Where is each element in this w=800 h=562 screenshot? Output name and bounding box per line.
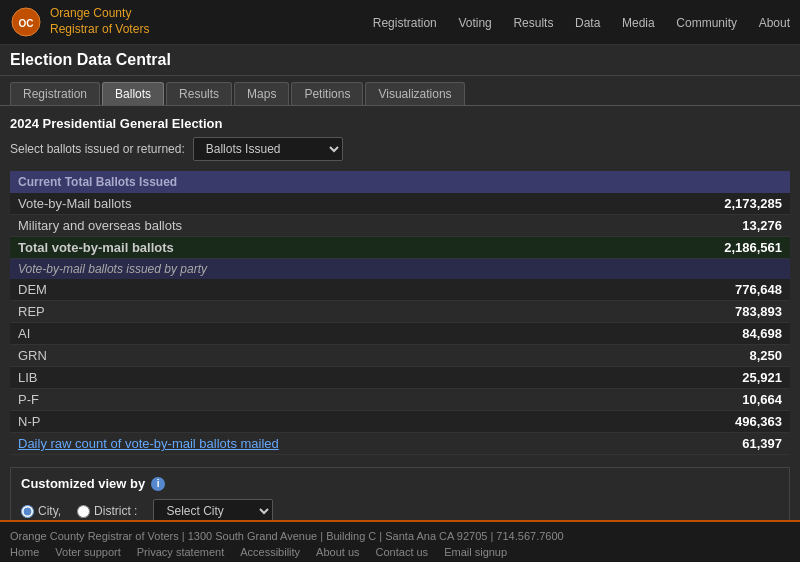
row-label: LIB bbox=[10, 367, 626, 389]
footer-address: Orange County Registrar of Voters | 1300… bbox=[10, 530, 790, 542]
nav-registration[interactable]: Registration bbox=[373, 16, 437, 30]
top-navigation: OC Orange County Registrar of Voters Reg… bbox=[0, 0, 800, 45]
footer-link-about-us[interactable]: About us bbox=[316, 546, 359, 558]
tab-results[interactable]: Results bbox=[166, 82, 232, 105]
table-row: GRN 8,250 bbox=[10, 345, 790, 367]
district-radio-label: District : bbox=[94, 504, 137, 518]
tab-visualizations[interactable]: Visualizations bbox=[365, 82, 464, 105]
ballots-table: Current Total Ballots Issued Vote-by-Mai… bbox=[10, 171, 790, 455]
row-label-link: Daily raw count of vote-by-mail ballots … bbox=[10, 433, 626, 455]
table-row: N-P 496,363 bbox=[10, 411, 790, 433]
election-title: 2024 Presidential General Election bbox=[10, 116, 790, 131]
row-value: 25,921 bbox=[626, 367, 790, 389]
footer-link-email-signup[interactable]: Email signup bbox=[444, 546, 507, 558]
filter-label: Select ballots issued or returned: bbox=[10, 142, 185, 156]
row-value: 8,250 bbox=[626, 345, 790, 367]
row-label: Vote-by-Mail ballots bbox=[10, 193, 626, 215]
tabs-bar: Registration Ballots Results Maps Petiti… bbox=[0, 76, 800, 106]
row-value: 783,893 bbox=[626, 301, 790, 323]
nav-media[interactable]: Media bbox=[622, 16, 655, 30]
logo-area: OC Orange County Registrar of Voters bbox=[10, 6, 149, 38]
row-value: 13,276 bbox=[626, 215, 790, 237]
table-row-link: Daily raw count of vote-by-mail ballots … bbox=[10, 433, 790, 455]
table-row: AI 84,698 bbox=[10, 323, 790, 345]
table-row: LIB 25,921 bbox=[10, 367, 790, 389]
section-header-label: Current Total Ballots Issued bbox=[10, 171, 790, 193]
nav-voting[interactable]: Voting bbox=[458, 16, 491, 30]
nav-data[interactable]: Data bbox=[575, 16, 600, 30]
table-row: P-F 10,664 bbox=[10, 389, 790, 411]
row-label: P-F bbox=[10, 389, 626, 411]
ballot-type-select[interactable]: Ballots Issued Ballots Returned bbox=[193, 137, 343, 161]
row-label: Military and overseas ballots bbox=[10, 215, 626, 237]
daily-raw-count-link[interactable]: Daily raw count of vote-by-mail ballots … bbox=[18, 436, 279, 451]
city-radio-label: City, bbox=[38, 504, 61, 518]
district-radio-option[interactable]: District : bbox=[77, 504, 137, 518]
footer-link-contact[interactable]: Contact us bbox=[376, 546, 429, 558]
logo-icon: OC bbox=[10, 6, 42, 38]
footer-link-accessibility[interactable]: Accessibility bbox=[240, 546, 300, 558]
main-navigation: Registration Voting Results Data Media C… bbox=[355, 15, 790, 30]
svg-text:OC: OC bbox=[19, 18, 34, 29]
city-radio-option[interactable]: City, bbox=[21, 504, 61, 518]
row-value: 10,664 bbox=[626, 389, 790, 411]
footer-link-home[interactable]: Home bbox=[10, 546, 39, 558]
section-header-row: Current Total Ballots Issued bbox=[10, 171, 790, 193]
table-row: Military and overseas ballots 13,276 bbox=[10, 215, 790, 237]
info-icon[interactable]: i bbox=[151, 477, 165, 491]
table-row: DEM 776,648 bbox=[10, 279, 790, 301]
footer: Orange County Registrar of Voters | 1300… bbox=[0, 520, 800, 562]
brand-name: Orange County Registrar of Voters bbox=[50, 6, 149, 37]
table-row: REP 783,893 bbox=[10, 301, 790, 323]
row-value: 776,648 bbox=[626, 279, 790, 301]
row-label: DEM bbox=[10, 279, 626, 301]
filter-row: Select ballots issued or returned: Ballo… bbox=[10, 137, 790, 161]
footer-link-voter-support[interactable]: Voter support bbox=[55, 546, 120, 558]
row-value: 2,186,561 bbox=[626, 237, 790, 259]
footer-link-privacy[interactable]: Privacy statement bbox=[137, 546, 224, 558]
page-title: Election Data Central bbox=[10, 51, 790, 69]
customized-label: Customized view by i bbox=[21, 476, 779, 491]
row-label: AI bbox=[10, 323, 626, 345]
row-label: N-P bbox=[10, 411, 626, 433]
subsection-header-row: Vote-by-mail ballots issued by party bbox=[10, 259, 790, 280]
footer-links: Home Voter support Privacy statement Acc… bbox=[10, 546, 790, 558]
city-radio[interactable] bbox=[21, 505, 34, 518]
nav-results[interactable]: Results bbox=[513, 16, 553, 30]
subsection-header-label: Vote-by-mail ballots issued by party bbox=[10, 259, 790, 280]
tab-petitions[interactable]: Petitions bbox=[291, 82, 363, 105]
page-title-bar: Election Data Central bbox=[0, 45, 800, 76]
row-label: GRN bbox=[10, 345, 626, 367]
row-value: 61,397 bbox=[626, 433, 790, 455]
row-value: 2,173,285 bbox=[626, 193, 790, 215]
main-content: 2024 Presidential General Election Selec… bbox=[0, 106, 800, 542]
table-row-total: Total vote-by-mail ballots 2,186,561 bbox=[10, 237, 790, 259]
table-row: Vote-by-Mail ballots 2,173,285 bbox=[10, 193, 790, 215]
row-label: Total vote-by-mail ballots bbox=[10, 237, 626, 259]
district-radio[interactable] bbox=[77, 505, 90, 518]
nav-about[interactable]: About bbox=[759, 16, 790, 30]
tab-ballots[interactable]: Ballots bbox=[102, 82, 164, 105]
tab-registration[interactable]: Registration bbox=[10, 82, 100, 105]
nav-community[interactable]: Community bbox=[676, 16, 737, 30]
tab-maps[interactable]: Maps bbox=[234, 82, 289, 105]
row-label: REP bbox=[10, 301, 626, 323]
row-value: 496,363 bbox=[626, 411, 790, 433]
row-value: 84,698 bbox=[626, 323, 790, 345]
